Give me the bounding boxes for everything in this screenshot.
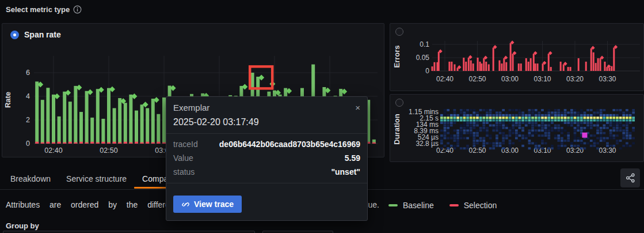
duration-chart[interactable]: 1.15 mins2.15 s134 ms8.39 ms524 µs32.8 µ… <box>390 95 643 161</box>
svg-text:02:50: 02:50 <box>468 146 486 155</box>
svg-text:2: 2 <box>26 116 30 124</box>
svg-text:Errors: Errors <box>393 45 401 67</box>
tooltip-title: Exemplar <box>173 103 209 112</box>
secondary-select[interactable] <box>262 231 333 233</box>
svg-text:0.1: 0.1 <box>420 40 429 48</box>
share-button[interactable] <box>620 168 640 187</box>
explore-traces-page: Select metric type Span rate 024602:4002… <box>0 0 644 233</box>
info-icon[interactable] <box>73 5 82 14</box>
svg-text:02:40: 02:40 <box>436 75 454 83</box>
svg-text:0: 0 <box>425 67 429 75</box>
status-row: status "unset" <box>173 167 360 177</box>
errors-bars <box>431 40 618 71</box>
svg-text:6: 6 <box>26 69 30 77</box>
svg-text:32.8 µs: 32.8 µs <box>416 140 439 148</box>
errors-panel: 00.050.102:4002:5003:0003:1003:2003:30Er… <box>390 23 644 91</box>
group-by-label: Group by <box>6 221 39 230</box>
svg-text:Rate: Rate <box>3 92 12 108</box>
tab-bar: Breakdown Service structure Comparison <box>10 174 186 187</box>
svg-text:03:20: 03:20 <box>566 75 584 83</box>
duration-special-cell <box>582 133 587 138</box>
duration-panel: 1.15 mins2.15 s134 ms8.39 ms524 µs32.8 µ… <box>390 94 644 162</box>
svg-text:Duration: Duration <box>393 114 401 145</box>
select-metric-header: Select metric type <box>6 5 82 14</box>
selection-label: Selection <box>464 201 497 210</box>
tooltip-divider <box>166 183 367 183</box>
baseline-swatch <box>388 204 398 206</box>
svg-text:02:50: 02:50 <box>468 75 486 83</box>
errors-chart[interactable]: 00.050.102:4002:5003:0003:1003:2003:30Er… <box>390 24 643 91</box>
comparison-legend: Baseline Selection <box>388 201 497 210</box>
svg-text:03:10: 03:10 <box>534 75 551 83</box>
exemplar-tooltip: Exemplar × 2025-02-20 03:17:49 traceId d… <box>166 96 368 221</box>
svg-text:02:40: 02:40 <box>436 146 454 155</box>
group-by-select[interactable] <box>3 231 255 233</box>
trace-id-row: traceId de06b6442b06caad8703b65e4c16969 <box>173 140 360 149</box>
svg-text:02:50: 02:50 <box>100 146 117 155</box>
svg-text:03:30: 03:30 <box>599 146 616 155</box>
svg-text:0: 0 <box>26 140 30 148</box>
value-row: Value 5.59 <box>173 153 360 163</box>
share-icon <box>626 173 635 183</box>
svg-text:03:00: 03:00 <box>501 75 519 83</box>
svg-text:4: 4 <box>26 92 30 100</box>
duration-cells <box>440 109 635 149</box>
tooltip-timestamp: 2025-02-20 03:17:49 <box>173 117 360 127</box>
link-icon <box>181 200 189 208</box>
view-trace-button[interactable]: View trace <box>173 196 242 213</box>
tooltip-divider <box>166 133 367 134</box>
selection-swatch <box>449 204 459 206</box>
close-icon[interactable]: × <box>355 103 360 112</box>
tab-breakdown[interactable]: Breakdown <box>10 174 51 187</box>
svg-text:03:30: 03:30 <box>599 75 616 83</box>
baseline-label: Baseline <box>403 201 434 210</box>
select-metric-label: Select metric type <box>6 5 70 14</box>
svg-text:0.05: 0.05 <box>416 54 430 62</box>
tab-service-structure[interactable]: Service structure <box>66 174 127 187</box>
svg-text:02:40: 02:40 <box>44 146 62 155</box>
